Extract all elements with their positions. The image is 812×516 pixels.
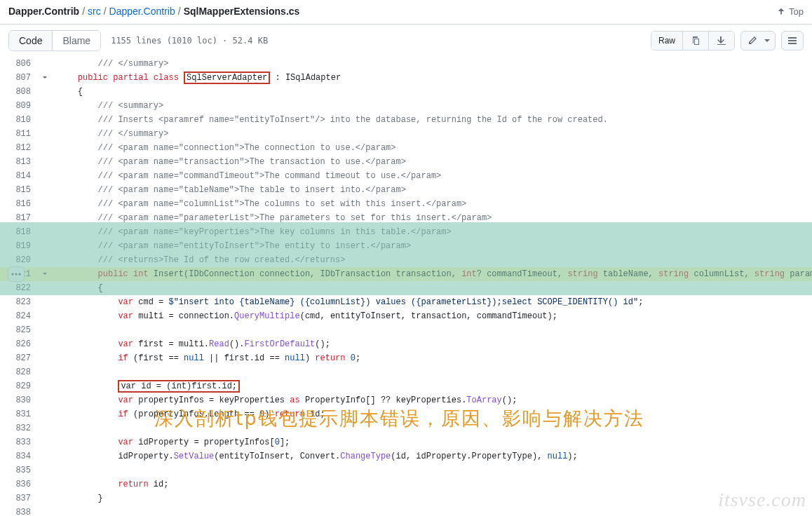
- line-number[interactable]: 819: [0, 239, 38, 253]
- code-content[interactable]: var first = multi.Read().FirstOrDefault(…: [52, 337, 812, 351]
- code-content[interactable]: /// </summary>: [52, 57, 812, 71]
- line-number[interactable]: 815: [0, 183, 38, 197]
- line-number[interactable]: 811: [0, 127, 38, 141]
- line-number[interactable]: 832: [0, 421, 38, 435]
- code-content[interactable]: /// <param name="entityToInsert">The ent…: [52, 239, 812, 253]
- code-content[interactable]: [52, 505, 812, 516]
- code-line[interactable]: 814 /// <param name="commandTimeout">The…: [0, 169, 812, 183]
- code-line[interactable]: 831 if (propertyInfos.Length == 0) retur…: [0, 407, 812, 421]
- code-content[interactable]: }: [52, 491, 812, 505]
- code-tab[interactable]: Code: [9, 31, 52, 50]
- line-number[interactable]: 813: [0, 155, 38, 169]
- code-content[interactable]: /// </summary>: [52, 127, 812, 141]
- top-link[interactable]: Top: [776, 6, 804, 17]
- line-number[interactable]: 814: [0, 169, 38, 183]
- edit-dropdown[interactable]: [740, 31, 776, 50]
- code-content[interactable]: {: [52, 281, 812, 295]
- code-line[interactable]: 827 if (first == null || first.id == nul…: [0, 351, 812, 365]
- code-content[interactable]: /// <param name="commandTimeout">The com…: [52, 169, 812, 183]
- blame-tab[interactable]: Blame: [52, 31, 100, 50]
- line-number[interactable]: 818: [0, 225, 38, 239]
- code-content[interactable]: var multi = connection.QueryMultiple(cmd…: [52, 309, 812, 323]
- line-number[interactable]: 836: [0, 477, 38, 491]
- line-number[interactable]: 826: [0, 337, 38, 351]
- symbols-button[interactable]: [781, 31, 804, 50]
- code-content[interactable]: [52, 365, 812, 379]
- code-content[interactable]: [52, 323, 812, 337]
- line-number[interactable]: 822: [0, 281, 38, 295]
- code-line[interactable]: 819 /// <param name="entityToInsert">The…: [0, 239, 812, 253]
- code-line[interactable]: 822 {: [0, 281, 812, 295]
- line-number[interactable]: 808: [0, 85, 38, 99]
- line-actions-button[interactable]: [8, 266, 25, 282]
- code-line[interactable]: 817 /// <param name="parameterList">The …: [0, 211, 812, 225]
- code-area[interactable]: 深入剖析tp钱包提示脚本错误，原因、影响与解决方法 itsvse.com 806…: [0, 57, 812, 516]
- code-content[interactable]: var idProperty = propertyInfos[0];: [52, 435, 812, 449]
- code-content[interactable]: /// <param name="transaction">The transa…: [52, 155, 812, 169]
- line-number[interactable]: 833: [0, 435, 38, 449]
- line-number[interactable]: 812: [0, 141, 38, 155]
- line-number[interactable]: 837: [0, 491, 38, 505]
- code-content[interactable]: return id;: [52, 477, 812, 491]
- code-line[interactable]: 816 /// <param name="columnList">The col…: [0, 197, 812, 211]
- code-content[interactable]: public partial class SqlServerAdapter : …: [52, 71, 812, 85]
- code-content[interactable]: idProperty.SetValue(entityToInsert, Conv…: [52, 449, 812, 463]
- line-number[interactable]: 810: [0, 113, 38, 127]
- code-line[interactable]: 832: [0, 421, 812, 435]
- line-number[interactable]: 838: [0, 505, 38, 516]
- line-number[interactable]: 824: [0, 309, 38, 323]
- code-line[interactable]: 834 idProperty.SetValue(entityToInsert, …: [0, 449, 812, 463]
- code-content[interactable]: public int Insert(IDbConnection connecti…: [52, 267, 812, 281]
- copy-button[interactable]: [682, 32, 708, 50]
- code-line[interactable]: 833 var idProperty = propertyInfos[0];: [0, 435, 812, 449]
- code-line[interactable]: 808 {: [0, 85, 812, 99]
- download-button[interactable]: [708, 32, 734, 50]
- code-content[interactable]: /// Inserts <paramref name="entityToInse…: [52, 113, 812, 127]
- code-line[interactable]: 825: [0, 323, 812, 337]
- code-content[interactable]: /// <param name="connection">The connect…: [52, 141, 812, 155]
- line-number[interactable]: 806: [0, 57, 38, 71]
- code-content[interactable]: if (propertyInfos.Length == 0) return id…: [52, 407, 812, 421]
- code-line[interactable]: 818 /// <param name="keyProperties">The …: [0, 225, 812, 239]
- code-content[interactable]: var id = (int)first.id;: [52, 379, 812, 393]
- code-line[interactable]: 830 var propertyInfos = keyProperties as…: [0, 393, 812, 407]
- code-content[interactable]: var propertyInfos = keyProperties as Pro…: [52, 393, 812, 407]
- code-content[interactable]: /// <param name="tableName">The table to…: [52, 183, 812, 197]
- code-line[interactable]: 829 var id = (int)first.id;: [0, 379, 812, 393]
- line-number[interactable]: 834: [0, 449, 38, 463]
- line-number[interactable]: 830: [0, 393, 38, 407]
- code-line[interactable]: 820 /// <returns>The Id of the row creat…: [0, 253, 812, 267]
- code-line[interactable]: 809 /// <summary>: [0, 99, 812, 113]
- breadcrumb-item[interactable]: Dapper.Contrib: [109, 6, 175, 17]
- line-number[interactable]: 831: [0, 407, 38, 421]
- code-line[interactable]: 806 /// </summary>: [0, 57, 812, 71]
- code-line[interactable]: 815 /// <param name="tableName">The tabl…: [0, 183, 812, 197]
- line-number[interactable]: 807: [0, 71, 38, 85]
- code-line[interactable]: 835: [0, 463, 812, 477]
- line-number[interactable]: 820: [0, 253, 38, 267]
- breadcrumb-item[interactable]: src: [88, 6, 101, 17]
- code-content[interactable]: if (first == null || first.id == null) r…: [52, 351, 812, 365]
- code-line[interactable]: 824 var multi = connection.QueryMultiple…: [0, 309, 812, 323]
- line-number[interactable]: 817: [0, 211, 38, 225]
- code-line[interactable]: 823 var cmd = $"insert into {tableName} …: [0, 295, 812, 309]
- code-line[interactable]: 828: [0, 365, 812, 379]
- code-line[interactable]: 826 var first = multi.Read().FirstOrDefa…: [0, 337, 812, 351]
- code-line[interactable]: 813 /// <param name="transaction">The tr…: [0, 155, 812, 169]
- code-content[interactable]: {: [52, 85, 812, 99]
- code-line[interactable]: 810 /// Inserts <paramref name="entityTo…: [0, 113, 812, 127]
- code-content[interactable]: /// <param name="keyProperties">The key …: [52, 225, 812, 239]
- fold-gutter[interactable]: [38, 71, 52, 85]
- code-line[interactable]: 811 /// </summary>: [0, 127, 812, 141]
- code-content[interactable]: /// <returns>The Id of the row created.<…: [52, 253, 812, 267]
- fold-gutter[interactable]: [38, 267, 52, 281]
- code-content[interactable]: [52, 421, 812, 435]
- code-line[interactable]: 821 public int Insert(IDbConnection conn…: [0, 267, 812, 281]
- line-number[interactable]: 809: [0, 99, 38, 113]
- code-content[interactable]: /// <param name="parameterList">The para…: [52, 211, 812, 225]
- code-content[interactable]: /// <param name="columnList">The columns…: [52, 197, 812, 211]
- code-content[interactable]: [52, 463, 812, 477]
- line-number[interactable]: 828: [0, 365, 38, 379]
- code-line[interactable]: 807 public partial class SqlServerAdapte…: [0, 71, 812, 85]
- code-line[interactable]: 812 /// <param name="connection">The con…: [0, 141, 812, 155]
